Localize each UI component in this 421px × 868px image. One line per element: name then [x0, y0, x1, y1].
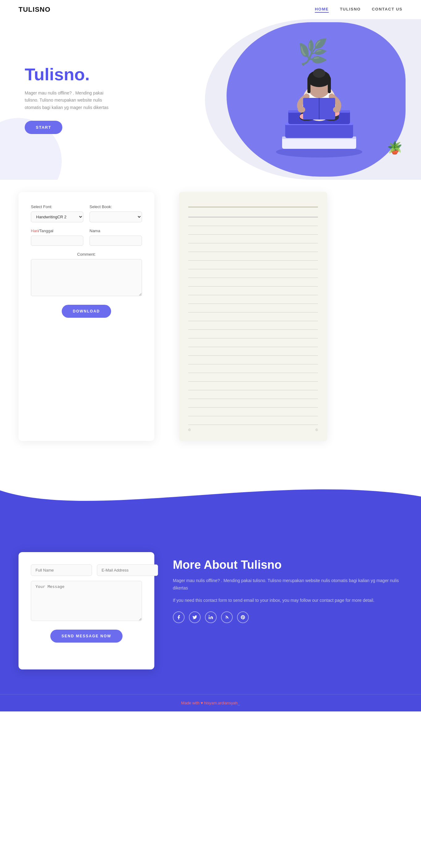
paper-line	[188, 243, 318, 252]
paper-line	[188, 364, 318, 373]
wave-svg	[0, 466, 421, 527]
send-button[interactable]: SEND MESSAGE NOW	[50, 630, 122, 643]
comment-field: Comment:	[31, 252, 142, 297]
comment-label: Comment:	[31, 252, 142, 257]
nav-link-tulisno[interactable]: TULISNO	[340, 7, 361, 13]
contact-desc2: If you need this contact form to send em…	[173, 597, 402, 604]
rss-icon[interactable]	[221, 611, 233, 623]
hero-description: Mager mau nulis offline? . Mending pakai…	[25, 90, 111, 112]
name-label: Nama	[90, 228, 142, 233]
name-field: Nama	[90, 228, 142, 246]
facebook-icon[interactable]	[173, 611, 185, 623]
paper-line	[188, 390, 318, 399]
paper-page-right: ©	[316, 428, 318, 432]
heart-icon: ♥	[201, 701, 203, 705]
comment-textarea[interactable]	[31, 259, 142, 296]
date-label: Hari/Tanggal	[31, 228, 83, 233]
paper-line	[188, 356, 318, 364]
hero-content: Tulisno. Mager mau nulis offline? . Mend…	[0, 40, 117, 159]
contact-name-email-row	[31, 564, 142, 576]
nav-link-contact[interactable]: CONTACT US	[372, 7, 402, 13]
paper-line	[188, 330, 318, 338]
book-label: Select Book:	[90, 205, 142, 209]
paper-line	[188, 252, 318, 260]
wave-section	[0, 466, 421, 527]
paper-line	[188, 347, 318, 356]
paper-lines	[188, 209, 318, 425]
svg-point-15	[298, 106, 305, 113]
paper-line	[188, 295, 318, 304]
start-button[interactable]: START	[25, 121, 62, 134]
fullname-input[interactable]	[31, 564, 92, 576]
font-select[interactable]: HandwritingCR 2	[31, 212, 83, 222]
contact-desc1: Mager mau nulis offline? . Mending pakai…	[173, 577, 402, 592]
paper-top-line	[188, 201, 318, 208]
download-button[interactable]: DOWNLOAD	[62, 305, 111, 318]
hero-section: 🌿 🪴	[0, 19, 421, 180]
date-label-hari: Hari	[31, 228, 38, 233]
nav-link-home[interactable]: HOME	[315, 7, 329, 13]
paper-line	[188, 312, 318, 321]
pinterest-icon[interactable]	[237, 611, 249, 623]
paper-line	[188, 338, 318, 347]
paper-line	[188, 373, 318, 382]
font-field: Select Font: HandwritingCR 2	[31, 205, 83, 222]
svg-point-23	[209, 615, 209, 616]
paper-line	[188, 286, 318, 295]
book-field: Select Book:	[90, 205, 142, 222]
contact-section: SEND MESSAGE NOW More About Tulisno Mage…	[0, 527, 421, 694]
date-name-row: Hari/Tanggal Nama	[31, 228, 142, 246]
nav-logo[interactable]: TULISNO	[19, 5, 51, 13]
email-input[interactable]	[97, 564, 158, 576]
paper-line	[188, 226, 318, 235]
contact-info: More About Tulisno Mager mau nulis offli…	[173, 552, 402, 623]
paper-line	[188, 260, 318, 269]
paper-line	[188, 382, 318, 390]
paper-page-left: ©	[188, 428, 191, 432]
linkedin-icon[interactable]	[205, 611, 217, 623]
hero-title-dot: .	[85, 65, 90, 84]
paper-line	[188, 269, 318, 278]
book-select[interactable]	[90, 212, 142, 222]
contact-title: More About Tulisno	[173, 558, 402, 571]
paper-line	[188, 278, 318, 286]
font-book-row: Select Font: HandwritingCR 2 Select Book…	[31, 205, 142, 222]
paper-line	[188, 304, 318, 312]
paper-line	[188, 416, 318, 425]
date-input[interactable]	[31, 236, 83, 246]
paper-line	[188, 209, 318, 217]
social-icons	[173, 611, 402, 623]
footer-text: Made with ♥ hisyam.ardiansyah_	[6, 701, 415, 705]
svg-point-22	[313, 68, 325, 78]
contact-card: SEND MESSAGE NOW	[19, 552, 154, 670]
paper-footer: © ©	[188, 425, 318, 432]
date-field: Hari/Tanggal	[31, 228, 83, 246]
paper-line	[188, 321, 318, 330]
svg-point-16	[333, 106, 341, 113]
navbar: TULISNO HOME TULISNO CONTACT US	[0, 0, 421, 19]
plant-pot-icon: 🪴	[387, 141, 402, 155]
hero-title: Tulisno.	[25, 65, 117, 84]
tool-card: Select Font: HandwritingCR 2 Select Book…	[19, 192, 154, 441]
paper-line	[188, 399, 318, 408]
paper-line	[188, 235, 318, 243]
paper-preview: © ©	[179, 192, 327, 441]
nav-links: HOME TULISNO CONTACT US	[315, 7, 402, 13]
footer: Made with ♥ hisyam.ardiansyah_	[0, 694, 421, 711]
paper-line	[188, 408, 318, 416]
hero-illustration	[257, 31, 381, 167]
twitter-icon[interactable]	[189, 611, 201, 623]
font-label: Select Font:	[31, 205, 83, 209]
message-textarea[interactable]	[31, 581, 142, 621]
name-input[interactable]	[90, 236, 142, 246]
tool-section: Select Font: HandwritingCR 2 Select Book…	[0, 180, 421, 466]
paper-line	[188, 217, 318, 226]
